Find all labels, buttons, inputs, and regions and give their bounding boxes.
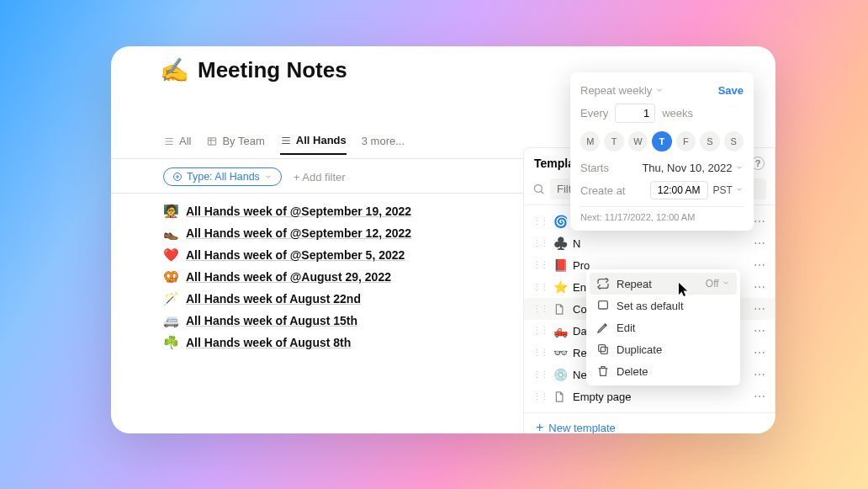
page-emoji: ✍️	[160, 56, 189, 84]
template-more-button[interactable]: ⋯	[754, 302, 766, 316]
template-emoji: 💿	[553, 368, 568, 381]
plus-icon: +	[536, 420, 543, 433]
new-template-button[interactable]: + New template	[524, 412, 775, 433]
drag-handle-icon[interactable]: ⋮⋮	[532, 348, 548, 359]
template-more-button[interactable]: ⋯	[754, 258, 766, 272]
create-time[interactable]: 12:00 AM	[650, 181, 708, 199]
save-button[interactable]: Save	[718, 84, 744, 97]
note-title: All Hands week of August 15th	[186, 314, 357, 327]
weekday-2[interactable]: W	[628, 131, 648, 151]
note-emoji: ☘️	[163, 335, 179, 350]
menu-repeat[interactable]: Repeat Off	[590, 273, 737, 295]
svg-rect-5	[599, 301, 608, 309]
template-emoji: 🌀	[553, 215, 568, 228]
template-row[interactable]: ⋮⋮ Empty page ⋯	[524, 385, 775, 407]
repeat-title[interactable]: Repeat weekly	[580, 84, 664, 97]
template-label: N	[573, 237, 580, 250]
template-emoji	[553, 303, 568, 316]
note-title: All Hands week of @September 5, 2022	[186, 248, 405, 262]
weekday-0[interactable]: M	[580, 131, 600, 151]
template-more-button[interactable]: ⋯	[754, 346, 766, 359]
weekday-1[interactable]: T	[604, 131, 623, 151]
tabs-more[interactable]: 3 more...	[362, 135, 405, 154]
every-unit: weeks	[662, 107, 693, 120]
template-emoji: ⭐	[553, 280, 568, 294]
note-emoji: 🥨	[163, 269, 179, 284]
template-more-button[interactable]: ⋯	[754, 368, 766, 381]
tab-by-team-label: By Team	[222, 135, 264, 147]
tab-all[interactable]: All	[163, 135, 191, 154]
trash-icon	[596, 364, 610, 378]
repeat-popover: Repeat weekly Save Every weeks MTWTFSS S…	[570, 72, 754, 231]
drag-handle-icon[interactable]: ⋮⋮	[532, 260, 548, 271]
tab-all-label: All	[179, 135, 191, 147]
svg-rect-2	[209, 137, 216, 144]
note-title: All Hands week of @September 19, 2022	[186, 205, 411, 218]
template-more-button[interactable]: ⋯	[754, 215, 766, 228]
template-more-button[interactable]: ⋯	[754, 280, 766, 294]
add-filter-button[interactable]: Add filter	[294, 171, 346, 183]
tab-by-team[interactable]: By Team	[206, 135, 264, 154]
weekday-5[interactable]: S	[700, 131, 719, 151]
weekday-picker: MTWTFSS	[580, 126, 744, 158]
every-input[interactable]	[615, 104, 655, 123]
menu-duplicate-label: Duplicate	[617, 343, 662, 356]
template-row[interactable]: ⋮⋮ ♣️ N ⋯	[524, 232, 775, 254]
note-emoji: 🧑‍🏫	[163, 204, 179, 219]
every-label: Every	[580, 107, 608, 120]
mouse-cursor	[678, 282, 690, 297]
menu-set-default[interactable]: Set as default	[590, 295, 737, 316]
drag-handle-icon[interactable]: ⋮⋮	[532, 282, 548, 293]
note-title: All Hands week of August 8th	[186, 336, 351, 349]
menu-repeat-state: Off	[706, 278, 719, 290]
create-label: Create at	[580, 184, 625, 197]
note-emoji: 🚐	[163, 313, 179, 328]
menu-delete[interactable]: Delete	[590, 360, 737, 382]
template-more-button[interactable]: ⋯	[754, 237, 766, 250]
timezone-select[interactable]: PST	[713, 184, 744, 196]
note-emoji: 🪄	[163, 291, 179, 306]
weekday-3[interactable]: T	[652, 131, 671, 151]
filter-pill-label: Type: All Hands	[187, 171, 260, 183]
note-title: All Hands week of @September 12, 2022	[186, 226, 411, 240]
tab-all-hands-label: All Hands	[296, 134, 347, 146]
chevron-down-icon	[735, 185, 744, 194]
drag-handle-icon[interactable]: ⋮⋮	[532, 238, 548, 249]
drag-handle-icon[interactable]: ⋮⋮	[532, 216, 548, 227]
drag-handle-icon[interactable]: ⋮⋮	[532, 326, 548, 337]
weekday-6[interactable]: S	[724, 131, 744, 151]
page-title: Meeting Notes	[198, 57, 347, 83]
starts-date[interactable]: Thu, Nov 10, 2022	[642, 162, 744, 174]
copy-icon	[596, 343, 610, 356]
template-more-button[interactable]: ⋯	[754, 390, 766, 403]
chevron-down-icon	[735, 163, 744, 172]
note-title: All Hands week of @August 29, 2022	[186, 270, 391, 284]
note-title: All Hands week of August 22nd	[186, 292, 361, 306]
tabs-more-label: 3 more...	[362, 135, 405, 147]
note-emoji: 👞	[163, 226, 179, 241]
menu-duplicate[interactable]: Duplicate	[590, 338, 737, 360]
drag-handle-icon[interactable]: ⋮⋮	[532, 304, 548, 315]
starts-label: Starts	[580, 162, 609, 174]
template-emoji: ♣️	[553, 237, 568, 250]
template-emoji	[553, 391, 568, 403]
drag-handle-icon[interactable]: ⋮⋮	[532, 369, 548, 380]
menu-delete-label: Delete	[617, 365, 648, 378]
template-label: Empty page	[573, 391, 631, 403]
template-context-menu: Repeat Off Set as default Edit Duplicate…	[586, 269, 740, 385]
flag-icon	[596, 299, 610, 312]
menu-edit[interactable]: Edit	[590, 316, 737, 338]
svg-point-4	[535, 185, 542, 193]
next-occurrence: Next: 11/17/2022, 12:00 AM	[580, 206, 744, 222]
tab-all-hands[interactable]: All Hands	[280, 134, 347, 155]
repeat-icon	[596, 277, 610, 290]
template-more-button[interactable]: ⋯	[754, 324, 766, 338]
weekday-4[interactable]: F	[676, 131, 696, 151]
chevron-down-icon	[722, 279, 730, 287]
template-emoji: 🛻	[553, 324, 568, 338]
filter-pill-type[interactable]: Type: All Hands	[163, 167, 282, 186]
drag-handle-icon[interactable]: ⋮⋮	[532, 391, 548, 402]
svg-rect-7	[599, 345, 606, 352]
note-emoji: ❤️	[163, 247, 179, 263]
menu-repeat-label: Repeat	[617, 278, 652, 290]
